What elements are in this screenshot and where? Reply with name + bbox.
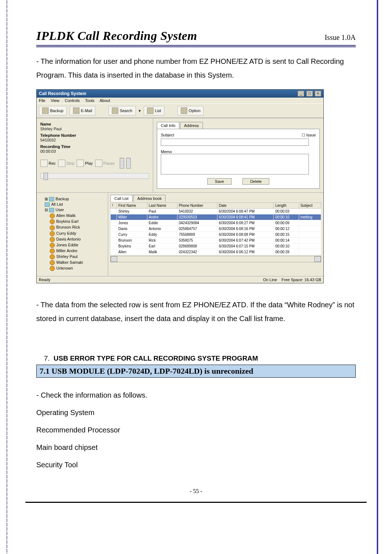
memo-label: Memo bbox=[161, 149, 316, 154]
min-icon[interactable]: _ bbox=[298, 91, 304, 97]
issue-checkbox[interactable]: ☐ Issue bbox=[302, 133, 316, 138]
delete-button[interactable]: Delete bbox=[242, 178, 269, 185]
section-7-1-list: - Check the information as follows.Opera… bbox=[36, 386, 356, 473]
list-item: Main board chipset bbox=[36, 439, 356, 456]
grid-panel: Call List Address book ! First Name Last… bbox=[108, 193, 323, 276]
memo-input[interactable] bbox=[161, 154, 309, 175]
rec-button[interactable]: Rec bbox=[40, 160, 56, 167]
volume-meters bbox=[120, 158, 131, 169]
tree-backup[interactable]: ⊞ Backup bbox=[45, 196, 105, 202]
play-icon bbox=[77, 160, 84, 167]
doc-title: IPLDK Call Recording System bbox=[36, 29, 197, 43]
play-button[interactable]: Play bbox=[77, 160, 93, 167]
section-7-heading: 7. USB ERROR TYPE FOR CALL RECORDING SYS… bbox=[36, 354, 356, 362]
col-lastname[interactable]: Last Name bbox=[147, 203, 177, 209]
tree-user-item[interactable]: Shirley Paul bbox=[50, 254, 105, 260]
tree-user-item[interactable]: Allen Malik bbox=[50, 213, 105, 219]
seek-slider[interactable] bbox=[40, 173, 149, 179]
menubar: File View Controls Tools About bbox=[37, 98, 323, 103]
tree-user[interactable]: ⊟ User Allen MalikBoykins EarlBrunson Ri… bbox=[45, 207, 105, 272]
max-icon[interactable]: □ bbox=[306, 91, 313, 97]
option-button[interactable]: Option bbox=[177, 106, 204, 115]
table-row[interactable]: BrunsonRick53580756/30/2004 6:07:42 PM00… bbox=[111, 238, 321, 243]
table-row[interactable]: JonesEddie04243290846/30/2004 6:08:27 PM… bbox=[111, 220, 321, 226]
tree-alllist[interactable]: All List bbox=[45, 202, 105, 207]
tel-value: 5410032 bbox=[40, 138, 149, 142]
user-icon bbox=[50, 237, 55, 242]
save-button[interactable]: Save bbox=[207, 178, 232, 185]
tree-user-item[interactable]: Davis Antonio bbox=[50, 237, 105, 242]
search-button[interactable]: Search bbox=[109, 106, 136, 115]
table-row[interactable]: BoykinsEarl0286898086/30/2004 6:07:15 PM… bbox=[111, 243, 321, 249]
col-subject[interactable]: Subject bbox=[299, 203, 321, 209]
col-length[interactable]: Length bbox=[274, 203, 299, 209]
table-row[interactable]: DavisAntonio0258647576/30/2004 6:08:16 P… bbox=[111, 226, 321, 232]
info-panel: NameShirley Paul Telephone Number5410032… bbox=[37, 118, 153, 192]
hscrollbar[interactable] bbox=[110, 256, 321, 262]
tab-address[interactable]: Address bbox=[180, 122, 203, 129]
email-icon bbox=[73, 107, 79, 114]
tree-user-item[interactable]: Boykins Earl bbox=[50, 219, 105, 225]
tree-user-item[interactable]: Unknown bbox=[50, 266, 105, 271]
pause-icon bbox=[95, 160, 102, 167]
status-freespace: Free Space: 16.43 GB bbox=[282, 278, 321, 282]
list-item: - Check the information as follows. bbox=[36, 386, 356, 404]
backup-icon bbox=[42, 107, 49, 114]
list-item: Security Tool bbox=[36, 456, 356, 473]
folder-icon bbox=[49, 197, 54, 201]
titlebar: Call Recording System _ □ × bbox=[37, 90, 323, 98]
tree-user-item[interactable]: Curry Eddy bbox=[50, 231, 105, 237]
page-number: - 55 - bbox=[36, 488, 356, 495]
para-1: - The information for user and phone num… bbox=[36, 54, 356, 82]
user-icon bbox=[50, 243, 55, 248]
col-idx[interactable]: ! bbox=[111, 203, 117, 209]
menu-view[interactable]: View bbox=[51, 98, 60, 103]
close-icon[interactable]: × bbox=[315, 91, 321, 97]
col-date[interactable]: Date bbox=[217, 203, 274, 209]
tab-callinfo[interactable]: Call Info bbox=[157, 122, 179, 129]
table-row[interactable]: MillerAndre0290305036/30/2004 6:08:41 PM… bbox=[111, 214, 321, 220]
list-icon bbox=[147, 107, 154, 114]
player-controls: Rec Stop Play Pause bbox=[40, 158, 149, 169]
tel-label: Telephone Number bbox=[40, 133, 149, 138]
left-margin-dots bbox=[7, 0, 7, 554]
detail-panel: Call Info Address ☐ Issue Subject Memo S… bbox=[153, 118, 323, 192]
subject-label: Subject bbox=[161, 133, 316, 137]
list-button[interactable]: List bbox=[144, 106, 164, 115]
footer-rule bbox=[25, 502, 367, 503]
tree-user-item[interactable]: Jones Eddie bbox=[50, 242, 105, 248]
subject-input[interactable] bbox=[161, 139, 309, 146]
table-row[interactable]: ShirleyPaul54100326/30/2004 6:08:47 PM00… bbox=[111, 209, 321, 214]
tab-calllist[interactable]: Call List bbox=[110, 195, 132, 202]
menu-about[interactable]: About bbox=[99, 98, 110, 103]
stop-button[interactable]: Stop bbox=[58, 160, 75, 167]
tree-user-item[interactable]: Miller Andre bbox=[50, 248, 105, 254]
user-icon bbox=[50, 260, 55, 265]
app-window: Call Recording System _ □ × File View Co… bbox=[36, 89, 324, 283]
search-dropdown-icon[interactable]: ▾ bbox=[139, 108, 141, 113]
doc-issue: Issue 1.0A bbox=[324, 33, 356, 42]
user-icon bbox=[50, 254, 55, 259]
table-row[interactable]: AllenMalik0243223426/30/2004 6:06:12 PM0… bbox=[111, 249, 321, 255]
rectime-label: Recording Time bbox=[40, 144, 149, 149]
tab-addressbook[interactable]: Address book bbox=[133, 195, 166, 202]
email-button[interactable]: E-Mail bbox=[70, 106, 95, 115]
table-row[interactable]: CurryEddy755088896/30/2004 6:08:08 PM00:… bbox=[111, 232, 321, 238]
menu-tools[interactable]: Tools bbox=[85, 98, 94, 103]
user-tree: ⊞ Backup All List ⊟ User Allen MalikBoyk… bbox=[37, 193, 108, 276]
pause-button[interactable]: Pause bbox=[95, 160, 115, 167]
tree-user-item[interactable]: Brunson Rick bbox=[50, 225, 105, 230]
list-item: Operating System bbox=[36, 404, 356, 421]
tree-user-item[interactable]: Walker Samaki bbox=[50, 260, 105, 266]
name-value: Shirley Paul bbox=[40, 127, 149, 131]
section-7-1-heading: 7.1 USB MODULE (LDP-7024D, LDP-7024LD) i… bbox=[36, 365, 356, 378]
menu-controls[interactable]: Controls bbox=[65, 98, 80, 103]
user-folder-icon bbox=[49, 208, 54, 212]
toolbar: Backup E-Mail Search ▾ List Option bbox=[37, 103, 323, 118]
list-icon bbox=[45, 202, 50, 207]
backup-button[interactable]: Backup bbox=[39, 106, 67, 115]
user-icon bbox=[50, 249, 55, 254]
menu-file[interactable]: File bbox=[39, 98, 45, 103]
col-firstname[interactable]: First Name bbox=[117, 203, 147, 209]
col-phone[interactable]: Phone Number bbox=[177, 203, 217, 209]
